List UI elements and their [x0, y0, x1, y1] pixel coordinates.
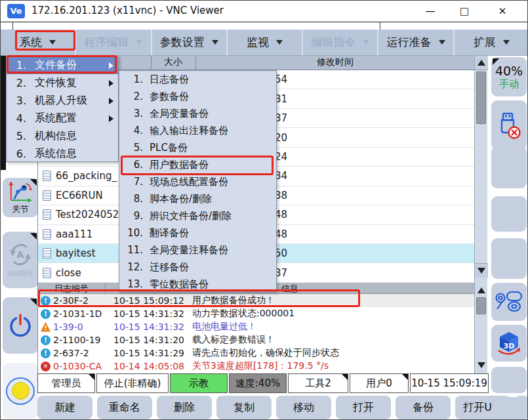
document-icon [43, 229, 51, 240]
submenu-item-plc-backup[interactable]: 5.PLC备份 [119, 139, 276, 156]
scrollbar-thumb[interactable] [476, 72, 486, 124]
menu-item-file-backup[interactable]: 1.文件备份 [7, 56, 118, 74]
status-user-frame[interactable]: 用户0 [350, 373, 409, 393]
status-tool[interactable]: 工具2 [288, 373, 348, 393]
warning-icon [41, 322, 51, 332]
corner-triangle-icon [30, 233, 37, 240]
close-button[interactable]: ✕ [491, 3, 514, 19]
menu-run-prepare[interactable]: 运行准备 [377, 30, 453, 55]
status-run-state[interactable]: 停止(非精确) [96, 373, 169, 393]
submenu-item-translation-backup[interactable]: 10.翻译备份 [119, 224, 276, 242]
info-icon [41, 348, 51, 358]
submenu-item-global-var-comment-backup[interactable]: 11.全局变量注释备份 [119, 242, 276, 259]
log-panel: 日志编号 信息 2-30F-2 10-15 15:09:12 用户数据备份成功！… [37, 283, 474, 373]
joint-mode-button[interactable]: 关节 [3, 178, 38, 217]
log-row[interactable]: 0-1030-CA 10-14 14:05:08 关节3速度超限[178]：17… [38, 360, 475, 373]
scroll-up-icon [477, 287, 485, 293]
column-header-modified[interactable]: 修改时间 [195, 56, 475, 68]
status-speed[interactable]: 速度:40% [229, 373, 287, 393]
submenu-item-parameter-backup[interactable]: 2.参数备份 [119, 88, 276, 105]
enable-yellow-icon [12, 382, 30, 400]
usb-status-button[interactable] [491, 100, 527, 150]
scroll-up-icon [477, 60, 485, 66]
log-scrollbar[interactable] [474, 283, 487, 373]
copy-button[interactable]: 复制 [216, 396, 272, 419]
submenu-arrow-icon [109, 98, 113, 104]
tab-edge-left [12, 22, 13, 30]
submenu-item-migration-backup[interactable]: 12.迁移备份 [119, 259, 276, 276]
submenu-item-zero-data-backup[interactable]: 13.零位数据备份 [119, 276, 276, 293]
loop-arrows-icon: A [7, 242, 33, 268]
view-3d-button[interactable]: 3D [491, 325, 527, 362]
maximize-button[interactable]: □ [453, 3, 476, 19]
status-teach-mode[interactable]: 示教 [170, 373, 228, 393]
minimize-button[interactable]: — [418, 3, 442, 19]
drag-teach-button[interactable] [491, 283, 527, 321]
submenu-item-script-backup-delete[interactable]: 8.脚本备份/删除 [119, 190, 276, 207]
new-button[interactable]: 新建 [37, 396, 92, 419]
right-blank-button-4[interactable] [491, 367, 527, 393]
open-button[interactable]: 打开 [336, 396, 391, 419]
chevron-down-icon [363, 40, 369, 45]
submenu-arrow-icon [109, 80, 113, 87]
menu-system[interactable]: 系统 [1, 30, 75, 55]
enable-ring-icon [6, 377, 35, 405]
menu-item-robot-upgrade[interactable]: 3.机器人升级 [7, 92, 118, 110]
menu-item-file-restore[interactable]: 2.文件恢复 [7, 74, 118, 92]
file-list-scrollbar[interactable] [474, 56, 487, 283]
log-row[interactable]: 2-1031-1D 10-15 14:31:32 动力学数据状态:000001 [38, 307, 475, 320]
hand-controller-icon [493, 289, 525, 315]
document-icon [43, 248, 51, 259]
submenu-item-identify-file-backup-delete[interactable]: 9.辨识文件备份/删除 [119, 207, 276, 224]
corner-triangle-icon [493, 58, 499, 65]
menu-item-system-info[interactable]: 6.系统信息 [7, 145, 118, 163]
menu-parameter-settings[interactable]: 参数设置 [151, 30, 226, 55]
menu-item-system-config[interactable]: 4.系统配置 [7, 110, 118, 127]
submenu-item-user-data-backup[interactable]: 6.用户数据备份 [119, 156, 276, 173]
menu-item-mechanism-info[interactable]: 5.机构信息 [7, 127, 118, 145]
error-icon [41, 362, 51, 371]
continuous-loop-button[interactable]: A 连续循环 [3, 232, 38, 288]
submenu-item-fieldbus-config-backup[interactable]: 7.现场总线配置备份 [119, 173, 276, 190]
menu-extension[interactable]: 扩展 [453, 30, 528, 55]
document-icon [43, 190, 51, 201]
speed-mode-button[interactable]: 40% 手动 [491, 57, 527, 96]
enable-button[interactable] [3, 363, 38, 419]
scroll-down-button[interactable] [475, 359, 488, 371]
menu-monitor[interactable]: 监视 [226, 30, 302, 55]
log-row[interactable]: 2-637-2 10-15 14:31:29 请先点击初始化，确保处于同步状态 [38, 346, 475, 360]
info-icon [41, 309, 51, 319]
right-blank-button-1[interactable] [491, 146, 527, 188]
chevron-down-icon [439, 40, 445, 45]
log-row[interactable]: 2-30F-2 10-15 15:09:12 用户数据备份成功！ [38, 294, 475, 307]
right-blank-button-2[interactable] [491, 196, 527, 232]
scrollbar-thumb[interactable] [476, 297, 486, 314]
scroll-up-button[interactable] [475, 56, 488, 70]
rename-button[interactable]: 重命名 [97, 396, 152, 419]
scroll-down-icon [477, 362, 485, 368]
svg-text:A: A [17, 249, 24, 260]
move-button[interactable]: 移动 [276, 396, 331, 419]
chevron-down-icon [49, 40, 56, 45]
submenu-item-global-var-backup[interactable]: 3.全局变量备份 [119, 105, 276, 122]
delete-button[interactable]: 删除 [157, 396, 212, 419]
log-row[interactable]: 1-39-0 10-15 14:31:32 电池电量过低！ [38, 320, 475, 333]
column-header-size[interactable]: 大小 [151, 56, 195, 68]
right-blank-button-5[interactable] [491, 397, 527, 420]
system-menu-dropdown: 1.文件备份 2.文件恢复 3.机器人升级 4.系统配置 5.机构信息 6.系统… [6, 56, 119, 162]
action-bar: 新建 重命名 删除 复制 移动 打开 备份 打开U盘 [37, 396, 528, 419]
manual-mode-label: 手动 [499, 78, 519, 91]
right-blank-button-3[interactable] [491, 238, 527, 279]
log-row[interactable]: 2-1100-19 10-15 14:31:20 载入标定参数错误！ [38, 333, 475, 346]
column-header-log-id[interactable]: 日志编号 [38, 283, 105, 295]
chevron-down-icon [212, 40, 218, 45]
submenu-item-log-backup[interactable]: 1.日志备份 [119, 71, 276, 88]
scroll-up-button[interactable] [475, 284, 488, 296]
status-user-level[interactable]: 管理员 [37, 373, 95, 393]
corner-triangle-icon [402, 374, 408, 380]
submenu-item-io-comment-backup[interactable]: 4.输入输出注释备份 [119, 122, 276, 139]
backup-button[interactable]: 备份 [396, 396, 451, 419]
scroll-down-button[interactable] [475, 263, 488, 278]
corner-triangle-icon [89, 374, 94, 380]
power-button[interactable] [3, 297, 38, 354]
